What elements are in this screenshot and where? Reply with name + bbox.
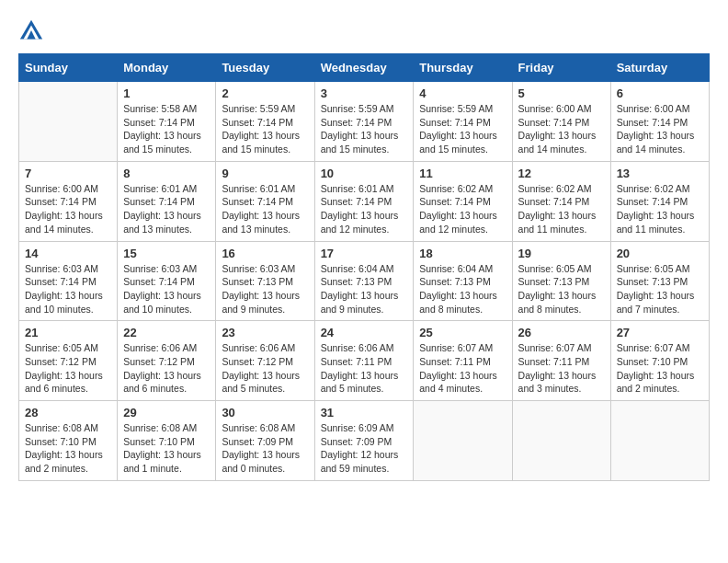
day-info: Sunrise: 5:58 AM Sunset: 7:14 PM Dayligh… bbox=[123, 102, 210, 156]
calendar-cell: 1Sunrise: 5:58 AM Sunset: 7:14 PM Daylig… bbox=[118, 82, 216, 162]
day-number: 10 bbox=[321, 167, 408, 180]
day-number: 30 bbox=[222, 406, 308, 419]
page-header bbox=[18, 18, 710, 44]
day-info: Sunrise: 6:05 AM Sunset: 7:13 PM Dayligh… bbox=[617, 262, 703, 316]
calendar-cell: 27Sunrise: 6:07 AM Sunset: 7:10 PM Dayli… bbox=[610, 321, 709, 401]
day-info: Sunrise: 6:08 AM Sunset: 7:09 PM Dayligh… bbox=[222, 421, 308, 476]
calendar-cell: 21Sunrise: 6:05 AM Sunset: 7:12 PM Dayli… bbox=[19, 321, 118, 401]
day-number: 27 bbox=[617, 326, 703, 339]
calendar-cell: 13Sunrise: 6:02 AM Sunset: 7:14 PM Dayli… bbox=[610, 161, 709, 241]
calendar-cell: 10Sunrise: 6:01 AM Sunset: 7:14 PM Dayli… bbox=[314, 161, 414, 241]
calendar-cell: 9Sunrise: 6:01 AM Sunset: 7:14 PM Daylig… bbox=[216, 161, 314, 241]
day-info: Sunrise: 5:59 AM Sunset: 7:14 PM Dayligh… bbox=[222, 102, 308, 156]
logo bbox=[18, 18, 48, 44]
day-number: 2 bbox=[222, 86, 308, 100]
day-number: 25 bbox=[419, 326, 506, 339]
day-info: Sunrise: 6:04 AM Sunset: 7:13 PM Dayligh… bbox=[321, 262, 408, 316]
day-number: 16 bbox=[222, 247, 308, 260]
calendar-week-row: 21Sunrise: 6:05 AM Sunset: 7:12 PM Dayli… bbox=[19, 321, 710, 401]
day-info: Sunrise: 6:03 AM Sunset: 7:14 PM Dayligh… bbox=[25, 262, 111, 316]
day-info: Sunrise: 6:01 AM Sunset: 7:14 PM Dayligh… bbox=[222, 182, 308, 236]
day-number: 28 bbox=[25, 406, 111, 419]
calendar-cell: 8Sunrise: 6:01 AM Sunset: 7:14 PM Daylig… bbox=[118, 161, 216, 241]
calendar-cell bbox=[610, 401, 709, 481]
day-info: Sunrise: 5:59 AM Sunset: 7:14 PM Dayligh… bbox=[419, 102, 506, 156]
calendar-week-row: 1Sunrise: 5:58 AM Sunset: 7:14 PM Daylig… bbox=[19, 82, 710, 162]
calendar-cell: 17Sunrise: 6:04 AM Sunset: 7:13 PM Dayli… bbox=[314, 241, 414, 321]
calendar-cell: 31Sunrise: 6:09 AM Sunset: 7:09 PM Dayli… bbox=[314, 401, 414, 481]
day-header-sunday: Sunday bbox=[19, 54, 118, 82]
day-info: Sunrise: 6:06 AM Sunset: 7:11 PM Dayligh… bbox=[321, 341, 408, 396]
day-number: 26 bbox=[518, 326, 605, 339]
calendar-cell: 2Sunrise: 5:59 AM Sunset: 7:14 PM Daylig… bbox=[216, 82, 314, 162]
calendar-cell: 16Sunrise: 6:03 AM Sunset: 7:13 PM Dayli… bbox=[216, 241, 314, 321]
day-info: Sunrise: 6:02 AM Sunset: 7:14 PM Dayligh… bbox=[617, 182, 703, 236]
logo-icon bbox=[18, 18, 44, 44]
day-header-monday: Monday bbox=[118, 54, 216, 82]
day-number: 31 bbox=[321, 406, 408, 419]
calendar-cell: 26Sunrise: 6:07 AM Sunset: 7:11 PM Dayli… bbox=[512, 321, 610, 401]
day-info: Sunrise: 6:02 AM Sunset: 7:14 PM Dayligh… bbox=[518, 182, 605, 236]
day-number: 11 bbox=[419, 167, 506, 180]
day-info: Sunrise: 6:05 AM Sunset: 7:13 PM Dayligh… bbox=[518, 262, 605, 316]
day-number: 18 bbox=[419, 247, 506, 260]
day-info: Sunrise: 6:01 AM Sunset: 7:14 PM Dayligh… bbox=[123, 182, 210, 236]
day-number: 24 bbox=[321, 326, 408, 339]
calendar-cell: 15Sunrise: 6:03 AM Sunset: 7:14 PM Dayli… bbox=[118, 241, 216, 321]
calendar-cell: 19Sunrise: 6:05 AM Sunset: 7:13 PM Dayli… bbox=[512, 241, 610, 321]
day-number: 3 bbox=[321, 86, 408, 100]
calendar-cell: 18Sunrise: 6:04 AM Sunset: 7:13 PM Dayli… bbox=[414, 241, 512, 321]
calendar-cell: 11Sunrise: 6:02 AM Sunset: 7:14 PM Dayli… bbox=[414, 161, 512, 241]
day-info: Sunrise: 6:03 AM Sunset: 7:13 PM Dayligh… bbox=[222, 262, 308, 316]
day-header-friday: Friday bbox=[512, 54, 610, 82]
calendar-cell bbox=[414, 401, 512, 481]
day-number: 15 bbox=[123, 247, 210, 260]
day-number: 22 bbox=[123, 326, 210, 339]
day-number: 1 bbox=[123, 86, 210, 100]
day-number: 21 bbox=[25, 326, 111, 339]
calendar-cell: 20Sunrise: 6:05 AM Sunset: 7:13 PM Dayli… bbox=[610, 241, 709, 321]
day-info: Sunrise: 6:06 AM Sunset: 7:12 PM Dayligh… bbox=[222, 341, 308, 396]
calendar-cell: 30Sunrise: 6:08 AM Sunset: 7:09 PM Dayli… bbox=[216, 401, 314, 481]
day-info: Sunrise: 6:06 AM Sunset: 7:12 PM Dayligh… bbox=[123, 341, 210, 396]
calendar-cell bbox=[19, 82, 118, 162]
day-number: 9 bbox=[222, 167, 308, 180]
calendar-week-row: 7Sunrise: 6:00 AM Sunset: 7:14 PM Daylig… bbox=[19, 161, 710, 241]
day-number: 20 bbox=[617, 247, 703, 260]
day-info: Sunrise: 6:05 AM Sunset: 7:12 PM Dayligh… bbox=[25, 341, 111, 396]
day-info: Sunrise: 6:08 AM Sunset: 7:10 PM Dayligh… bbox=[123, 421, 210, 476]
day-info: Sunrise: 6:04 AM Sunset: 7:13 PM Dayligh… bbox=[419, 262, 506, 316]
calendar-cell: 22Sunrise: 6:06 AM Sunset: 7:12 PM Dayli… bbox=[118, 321, 216, 401]
calendar-cell: 14Sunrise: 6:03 AM Sunset: 7:14 PM Dayli… bbox=[19, 241, 118, 321]
day-info: Sunrise: 6:08 AM Sunset: 7:10 PM Dayligh… bbox=[25, 421, 111, 476]
day-info: Sunrise: 6:03 AM Sunset: 7:14 PM Dayligh… bbox=[123, 262, 210, 316]
day-number: 23 bbox=[222, 326, 308, 339]
day-number: 17 bbox=[321, 247, 408, 260]
calendar-cell: 3Sunrise: 5:59 AM Sunset: 7:14 PM Daylig… bbox=[314, 82, 414, 162]
calendar-cell: 25Sunrise: 6:07 AM Sunset: 7:11 PM Dayli… bbox=[414, 321, 512, 401]
calendar-table: SundayMondayTuesdayWednesdayThursdayFrid… bbox=[18, 53, 710, 481]
day-info: Sunrise: 6:00 AM Sunset: 7:14 PM Dayligh… bbox=[617, 102, 703, 156]
day-info: Sunrise: 5:59 AM Sunset: 7:14 PM Dayligh… bbox=[321, 102, 408, 156]
calendar-week-row: 28Sunrise: 6:08 AM Sunset: 7:10 PM Dayli… bbox=[19, 401, 710, 481]
calendar-cell: 23Sunrise: 6:06 AM Sunset: 7:12 PM Dayli… bbox=[216, 321, 314, 401]
calendar-cell: 5Sunrise: 6:00 AM Sunset: 7:14 PM Daylig… bbox=[512, 82, 610, 162]
calendar-header-row: SundayMondayTuesdayWednesdayThursdayFrid… bbox=[19, 54, 710, 82]
day-info: Sunrise: 6:07 AM Sunset: 7:10 PM Dayligh… bbox=[617, 341, 703, 396]
day-info: Sunrise: 6:07 AM Sunset: 7:11 PM Dayligh… bbox=[518, 341, 605, 396]
day-info: Sunrise: 6:01 AM Sunset: 7:14 PM Dayligh… bbox=[321, 182, 408, 236]
day-info: Sunrise: 6:00 AM Sunset: 7:14 PM Dayligh… bbox=[518, 102, 605, 156]
day-header-tuesday: Tuesday bbox=[216, 54, 314, 82]
day-header-saturday: Saturday bbox=[610, 54, 709, 82]
day-number: 29 bbox=[123, 406, 210, 419]
calendar-cell bbox=[512, 401, 610, 481]
day-number: 7 bbox=[25, 167, 111, 180]
calendar-cell: 28Sunrise: 6:08 AM Sunset: 7:10 PM Dayli… bbox=[19, 401, 118, 481]
day-info: Sunrise: 6:07 AM Sunset: 7:11 PM Dayligh… bbox=[419, 341, 506, 396]
day-info: Sunrise: 6:09 AM Sunset: 7:09 PM Dayligh… bbox=[321, 421, 408, 476]
day-number: 13 bbox=[617, 167, 703, 180]
day-info: Sunrise: 6:02 AM Sunset: 7:14 PM Dayligh… bbox=[419, 182, 506, 236]
day-number: 12 bbox=[518, 167, 605, 180]
day-number: 4 bbox=[419, 86, 506, 100]
day-info: Sunrise: 6:00 AM Sunset: 7:14 PM Dayligh… bbox=[25, 182, 111, 236]
